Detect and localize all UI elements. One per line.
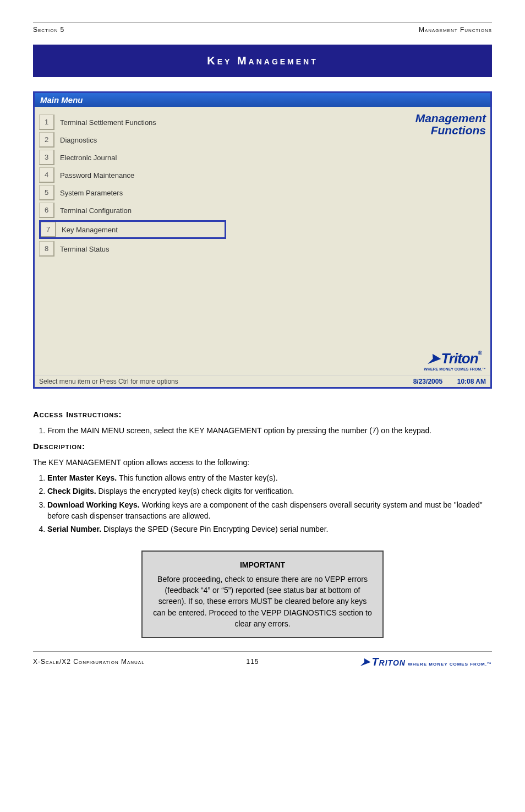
menu-key-button[interactable]: 3	[39, 150, 54, 165]
desc-items: Enter Master Keys. This function allows …	[47, 472, 492, 535]
triton-mark-icon: ➤	[426, 350, 442, 367]
menu-column: 1Terminal Settlement Functions2Diagnosti…	[35, 107, 299, 373]
desc-intro: The KEY MANAGEMENT option allows access …	[33, 457, 492, 468]
footer-triton-name: Triton	[371, 656, 406, 668]
menu-item-8[interactable]: 8Terminal Status	[39, 241, 226, 257]
note-text: Before proceeding, check to ensure there…	[153, 575, 371, 628]
menu-item-2[interactable]: 2Diagnostics	[39, 132, 226, 148]
footer-triton-tagline: WHERE MONEY COMES FROM.™	[408, 662, 492, 667]
desc-item: Enter Master Keys. This function allows …	[47, 472, 492, 483]
footer-logo: ➤Triton WHERE MONEY COMES FROM.™	[360, 655, 492, 668]
important-note: IMPORTANT Before proceeding, check to en…	[141, 551, 384, 639]
status-time: 10:08 AM	[457, 378, 486, 385]
management-functions-label: Management Functions	[299, 112, 486, 137]
desc-label: Description:	[33, 442, 85, 451]
status-date: 8/23/2005	[413, 378, 442, 385]
mgmt-line2: Functions	[431, 124, 486, 137]
note-heading: IMPORTANT	[152, 559, 373, 570]
footer-page: 115	[247, 658, 259, 666]
mgmt-line1: Management	[415, 112, 486, 124]
page-footer: X-Scale/X2 Configuration Manual 115 ➤Tri…	[33, 651, 492, 668]
triton-tagline: WHERE MONEY COMES FROM.™	[424, 367, 486, 371]
page-header: Section 5 Management Functions	[33, 26, 492, 34]
menu-item-4[interactable]: 4Password Maintenance	[39, 167, 226, 183]
triton-mark-icon: ➤	[359, 655, 372, 668]
footer-left: X-Scale/X2 Configuration Manual	[33, 658, 145, 666]
menu-key-button[interactable]: 5	[39, 185, 54, 200]
menu-item-6[interactable]: 6Terminal Configuration	[39, 203, 226, 218]
desc-item: Download Working Keys. Working keys are …	[47, 499, 492, 522]
menu-key-button[interactable]: 2	[39, 132, 54, 148]
header-chapter: Section 5	[33, 26, 64, 34]
menu-item-label: Terminal Status	[60, 245, 110, 253]
menu-key-button[interactable]: 4	[39, 167, 54, 183]
menu-item-5[interactable]: 5System Parameters	[39, 185, 226, 200]
menu-item-7[interactable]: 7Key Management	[39, 220, 226, 239]
description-block: Access Instructions: From the MAIN MENU …	[33, 408, 492, 638]
access-steps: From the MAIN MENU screen, select the KE…	[47, 425, 492, 436]
status-help: Select menu item or Press Ctrl for more …	[39, 378, 178, 385]
desc-item: Check Digits. Displays the encrypted key…	[47, 486, 492, 497]
menu-key-button[interactable]: 1	[39, 115, 54, 130]
menu-item-label: Diagnostics	[60, 136, 97, 144]
header-title: Management Functions	[419, 26, 492, 34]
access-label: Access Instructions:	[33, 410, 122, 419]
desc-item: Serial Number. Displays the SPED (Secure…	[47, 524, 492, 535]
menu-key-button[interactable]: 6	[39, 203, 54, 218]
menu-item-label: Password Maintenance	[60, 171, 134, 179]
menu-item-1[interactable]: 1Terminal Settlement Functions	[39, 115, 226, 130]
right-column: Management Functions ➤Triton® WHERE MONE…	[299, 107, 490, 373]
menu-item-label: Key Management	[62, 226, 118, 234]
access-step: From the MAIN MENU screen, select the KE…	[47, 425, 492, 436]
menu-item-label: System Parameters	[60, 189, 123, 197]
menu-item-label: Terminal Configuration	[60, 206, 132, 215]
menu-item-label: Electronic Journal	[60, 154, 117, 162]
screenshot-window: Main Menu 1Terminal Settlement Functions…	[33, 91, 492, 389]
triton-logo: ➤Triton® WHERE MONEY COMES FROM.™	[424, 350, 486, 371]
section-title-bar: Key Management	[33, 45, 492, 77]
menu-key-button[interactable]: 7	[41, 222, 56, 237]
top-rule	[33, 22, 492, 23]
window-title-bar: Main Menu	[35, 93, 490, 107]
status-bar: Select menu item or Press Ctrl for more …	[35, 375, 490, 387]
triton-name: Triton	[441, 350, 478, 367]
menu-item-3[interactable]: 3Electronic Journal	[39, 150, 226, 165]
menu-item-label: Terminal Settlement Functions	[60, 118, 156, 127]
triton-reg: ®	[478, 350, 482, 356]
menu-key-button[interactable]: 8	[39, 241, 54, 257]
